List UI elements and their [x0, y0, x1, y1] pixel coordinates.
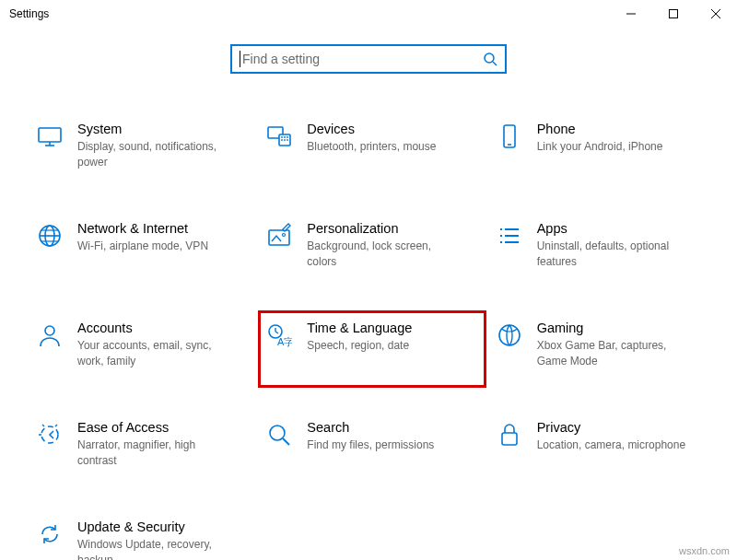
svg-rect-24 [269, 230, 289, 245]
svg-rect-41 [502, 433, 517, 445]
tile-subtitle: Narrator, magnifier, high contrast [77, 438, 234, 467]
svg-point-14 [282, 140, 283, 141]
svg-point-32 [45, 326, 54, 335]
tile-subtitle: Location, camera, microphone [537, 438, 685, 452]
close-button[interactable] [695, 0, 737, 28]
search-wrap: Find a setting [0, 44, 737, 74]
settings-grid: System Display, sound, notifications, po… [24, 118, 713, 560]
tile-subtitle: Display, sound, notifications, power [77, 139, 234, 169]
tile-subtitle: Wi-Fi, airplane mode, VPN [77, 239, 208, 253]
tile-subtitle: Link your Android, iPhone [537, 139, 663, 154]
search-icon [483, 52, 497, 66]
tile-title: Gaming [537, 321, 694, 336]
svg-point-16 [287, 140, 288, 141]
svg-rect-1 [670, 10, 678, 18]
window-controls [610, 0, 737, 28]
tile-personalization[interactable]: Personalization Background, lock screen,… [261, 217, 483, 273]
update-security-icon [37, 521, 63, 547]
svg-point-37 [499, 325, 520, 345]
svg-line-40 [283, 438, 289, 445]
window-title: Settings [9, 7, 49, 20]
tile-title: Personalization [307, 221, 463, 237]
tile-title: Search [307, 420, 434, 436]
tile-title: Network & Internet [77, 221, 208, 237]
titlebar: Settings [0, 0, 737, 28]
tile-network[interactable]: Network & Internet Wi-Fi, airplane mode,… [31, 217, 253, 273]
minimize-icon [626, 9, 636, 18]
tile-title: Devices [307, 122, 436, 137]
tile-subtitle: Find my files, permissions [307, 438, 434, 452]
time-language-icon: A字 [266, 322, 292, 348]
svg-point-4 [485, 53, 494, 63]
tile-update-security[interactable]: Update & Security Windows Update, recove… [31, 516, 253, 560]
phone-icon [497, 123, 522, 149]
content-area: Find a setting System Display, sound, no… [0, 28, 737, 560]
svg-point-11 [282, 137, 283, 138]
tile-phone[interactable]: Phone Link your Android, iPhone [491, 118, 713, 173]
search-tile-icon [266, 422, 292, 448]
svg-rect-6 [39, 128, 61, 142]
personalization-icon [266, 223, 292, 249]
tile-search[interactable]: Search Find my files, permissions [261, 416, 483, 472]
text-cursor [240, 51, 240, 67]
privacy-icon [497, 422, 522, 448]
svg-point-25 [283, 234, 286, 237]
tile-title: Time & Language [307, 321, 412, 336]
svg-line-35 [275, 332, 278, 333]
svg-point-13 [287, 137, 288, 138]
svg-line-5 [493, 62, 497, 65]
network-icon [37, 223, 63, 249]
tile-title: Apps [537, 221, 694, 237]
apps-icon [497, 223, 522, 249]
svg-point-12 [285, 137, 286, 138]
tile-title: Privacy [537, 420, 685, 436]
tile-subtitle: Uninstall, defaults, optional features [537, 239, 694, 268]
tile-title: Accounts [77, 321, 234, 336]
tile-title: System [77, 122, 234, 137]
svg-point-39 [270, 426, 285, 440]
minimize-button[interactable] [610, 0, 652, 28]
svg-text:A字: A字 [277, 336, 292, 347]
maximize-icon [669, 9, 678, 18]
tile-title: Update & Security [77, 519, 234, 535]
tile-apps[interactable]: Apps Uninstall, defaults, optional featu… [491, 217, 713, 273]
system-icon [37, 123, 63, 149]
tile-gaming[interactable]: Gaming Xbox Game Bar, captures, Game Mod… [491, 317, 713, 372]
tile-privacy[interactable]: Privacy Location, camera, microphone [491, 416, 713, 472]
ease-of-access-icon [37, 422, 63, 448]
tile-subtitle: Background, lock screen, colors [307, 239, 463, 268]
svg-point-15 [285, 140, 286, 141]
devices-icon [266, 123, 292, 149]
tile-title: Phone [537, 122, 663, 137]
maximize-button[interactable] [652, 0, 695, 28]
tile-accounts[interactable]: Accounts Your accounts, email, sync, wor… [31, 317, 253, 372]
tile-time-language[interactable]: A字 Time & Language Speech, region, date [258, 310, 485, 388]
tile-subtitle: Xbox Game Bar, captures, Game Mode [537, 338, 694, 368]
search-placeholder: Find a setting [242, 52, 483, 66]
tile-subtitle: Speech, region, date [307, 338, 412, 353]
close-icon [711, 9, 720, 18]
accounts-icon [37, 322, 63, 348]
tile-ease-of-access[interactable]: Ease of Access Narrator, magnifier, high… [31, 416, 253, 472]
tile-subtitle: Windows Update, recovery, backup [77, 537, 234, 560]
tile-system[interactable]: System Display, sound, notifications, po… [31, 118, 253, 173]
search-input[interactable]: Find a setting [230, 44, 507, 74]
tile-title: Ease of Access [77, 420, 234, 436]
watermark: wsxdn.com [679, 545, 730, 556]
tile-devices[interactable]: Devices Bluetooth, printers, mouse [261, 118, 483, 173]
gaming-icon [497, 322, 522, 348]
tile-subtitle: Your accounts, email, sync, work, family [77, 338, 234, 368]
tile-subtitle: Bluetooth, printers, mouse [307, 139, 436, 154]
